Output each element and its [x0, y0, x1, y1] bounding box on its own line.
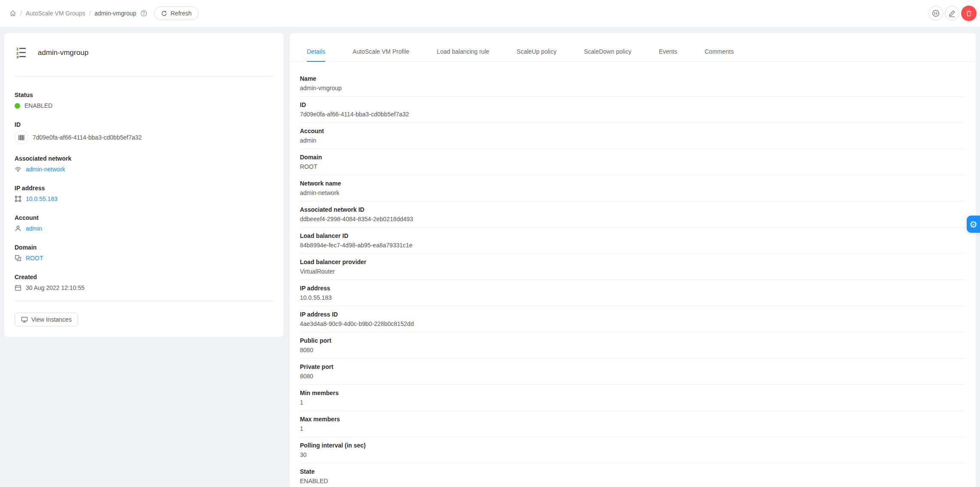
breadcrumb-current: admin-vmgroup [94, 10, 136, 17]
refresh-button[interactable]: Refresh [154, 6, 199, 20]
detail-row-label: IP address ID [300, 310, 965, 319]
home-icon[interactable] [9, 10, 16, 17]
info-section-ip: IP address 10.0.55.183 [15, 183, 273, 204]
edit-icon [948, 9, 956, 17]
detail-row-value: 8080 [300, 371, 965, 381]
detail-row: Associated network ID ddbeeef4-2998-4084… [300, 201, 965, 228]
info-card-title-row: 123 admin-vmgroup [15, 33, 273, 60]
tab[interactable]: ScaleDown policy [584, 47, 632, 61]
created-value: 30 Aug 2022 12:10:55 [26, 284, 85, 291]
detail-row: Public port 8080 [300, 332, 965, 359]
detail-row: Load balancer provider VirtualRouter [300, 254, 965, 280]
detail-row: IP address ID 4ae3d4a8-90c9-4d0c-b9b0-22… [300, 306, 965, 332]
detail-row-value: 4ae3d4a8-90c9-4d0c-b9b0-228b0c8152dd [300, 319, 965, 329]
detail-row: Min members 1 [300, 385, 965, 411]
resource-title: admin-vmgroup [38, 49, 88, 57]
refresh-label: Refresh [171, 10, 192, 17]
tab[interactable]: AutoScale VM Profile [353, 47, 409, 61]
info-label: ID [15, 120, 273, 129]
detail-row-label: Public port [300, 336, 965, 345]
breadcrumb: / AutoScale VM Groups / admin-vmgroup Re… [9, 6, 199, 20]
detail-row-value: 30 [300, 450, 965, 460]
detail-row-value: 10.0.55.183 [300, 293, 965, 302]
breadcrumb-separator: / [20, 10, 22, 17]
detail-row: Polling interval (in sec) 30 [300, 437, 965, 463]
wifi-icon [15, 166, 21, 173]
detail-row-value: 1 [300, 398, 965, 407]
breadcrumb-section-link[interactable]: AutoScale VM Groups [26, 10, 85, 17]
detail-row-label: Load balancer ID [300, 231, 965, 240]
detail-row-value: 1 [300, 424, 965, 433]
calendar-icon [15, 284, 21, 291]
info-label: Associated network [15, 154, 273, 163]
info-section-network: Associated network admin-network [15, 154, 273, 174]
detail-row: Max members 1 [300, 411, 965, 437]
detail-row-value: 8080 [300, 345, 965, 355]
question-circle-icon[interactable] [140, 10, 147, 17]
detail-row: ID 7d09e0fa-af66-4114-bba3-cd0bb5ef7a32 [300, 97, 965, 123]
pause-button[interactable] [929, 6, 943, 21]
info-card: 123 admin-vmgroup Status ENABLED ID [4, 33, 284, 337]
reload-icon [161, 10, 167, 17]
gateway-icon [15, 195, 21, 202]
user-icon [15, 225, 21, 232]
detail-row-value: ENABLED [300, 476, 965, 486]
associated-network-link[interactable]: admin-network [26, 166, 65, 173]
detail-row-value: VirtualRouter [300, 267, 965, 276]
detail-row-label: State [300, 467, 965, 476]
domain-link[interactable]: ROOT [26, 255, 43, 262]
detail-row-value: ROOT [300, 162, 965, 171]
detail-row-value: 7d09e0fa-af66-4114-bba3-cd0bb5ef7a32 [300, 110, 965, 119]
detail-row-label: Network name [300, 179, 965, 188]
header-actions [929, 6, 977, 21]
edit-button[interactable] [945, 6, 959, 21]
info-section-created: Created 30 Aug 2022 12:10:55 [15, 272, 273, 292]
ordered-list-icon: 123 [15, 46, 28, 60]
tab[interactable]: ScaleUp policy [517, 47, 557, 61]
details-list: Name admin-vmgroup ID 7d09e0fa-af66-4114… [290, 70, 976, 487]
tab[interactable]: Events [659, 47, 677, 61]
info-label: IP address [15, 183, 273, 193]
page: { "header": { "breadcrumb": { "home_icon… [0, 0, 980, 487]
detail-row-value: admin-network [300, 188, 965, 198]
tab[interactable]: Details [307, 47, 325, 61]
gear-icon: ⚙ [969, 220, 977, 229]
detail-row-label: Load balancer provider [300, 257, 965, 267]
detail-row: Private port 8080 [300, 359, 965, 385]
detail-row: Account admin [300, 123, 965, 149]
delete-button[interactable] [961, 6, 977, 21]
info-section-account: Account admin [15, 213, 273, 233]
detail-row-label: Name [300, 74, 965, 83]
header: / AutoScale VM Groups / admin-vmgroup Re… [0, 0, 980, 27]
divider [15, 301, 273, 301]
pause-circle-icon [932, 9, 940, 17]
detail-row: IP address 10.0.55.183 [300, 280, 965, 306]
info-section-status: Status ENABLED [15, 90, 273, 110]
detail-row: Name admin-vmgroup [300, 70, 965, 97]
detail-row: Domain ROOT [300, 149, 965, 175]
detail-row-label: Private port [300, 362, 965, 371]
block-icon [15, 255, 21, 262]
breadcrumb-separator: / [89, 10, 91, 17]
detail-row: Load balancer ID 84b8994e-fec7-4d98-ab95… [300, 228, 965, 254]
detail-row-label: ID [300, 100, 965, 110]
detail-row-label: IP address [300, 283, 965, 293]
divider [15, 76, 273, 76]
ip-address-link[interactable]: 10.0.55.183 [26, 195, 57, 202]
tab[interactable]: Comments [705, 47, 734, 61]
desktop-icon [21, 316, 28, 323]
info-section-domain: Domain ROOT [15, 243, 273, 263]
detail-row-label: Associated network ID [300, 205, 965, 214]
settings-float-button[interactable]: ⚙ [967, 216, 980, 233]
detail-row-label: Domain [300, 152, 965, 162]
tab[interactable]: Load balancing rule [437, 47, 489, 61]
detail-row-label: Max members [300, 414, 965, 424]
info-label: Created [15, 272, 273, 282]
detail-row-value: admin-vmgroup [300, 83, 965, 93]
detail-row-label: Polling interval (in sec) [300, 441, 965, 450]
detail-row-value: ddbeeef4-2998-4084-8354-2eb0218dd493 [300, 214, 965, 224]
detail-row-label: Account [300, 126, 965, 136]
tab-bar: Details AutoScale VM Profile Load balanc… [290, 33, 976, 62]
view-instances-button[interactable]: View Instances [15, 313, 78, 326]
account-link[interactable]: admin [26, 225, 42, 232]
